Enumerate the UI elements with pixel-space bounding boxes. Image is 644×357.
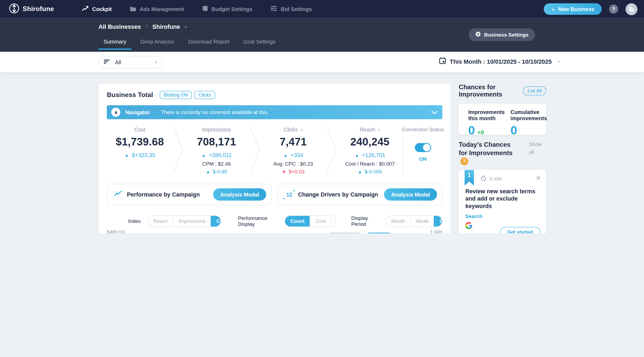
navigator-banner: Navigator There is currently no comment … — [107, 105, 442, 119]
change-drivers-panel: 12++ Change Drivers by Campaign Analysis… — [278, 184, 442, 205]
segment-cost[interactable]: Cost — [310, 216, 331, 227]
folder-icon — [130, 6, 136, 13]
date-range-label: This Month : 10/01/2025 - 10/10/2025 — [450, 58, 552, 65]
analysis-modal-button[interactable]: Analysis Modal — [213, 188, 266, 201]
filter-dropdown[interactable]: All ▾ — [99, 56, 162, 69]
nav-item-budget-settings[interactable]: Budget Settings — [202, 5, 252, 13]
filter-bar: All ▾ This Month : 10/01/2025 - 10/10/20… — [0, 52, 644, 72]
segment-count[interactable]: Count — [285, 216, 310, 227]
metric-change: +126,701 — [362, 152, 385, 158]
performance-display-segmented-control: Count Cost % — [284, 215, 336, 227]
panel-title: Performance by Campaign — [127, 191, 200, 198]
today-chances-header: Today’s Chances for Improvements3 Show a… — [459, 141, 546, 165]
stat-value: 0 — [511, 124, 517, 136]
display-period-label: Display Period — [351, 215, 378, 227]
clicks-badge: Clicks — [194, 91, 215, 99]
divider-chevron — [326, 123, 337, 177]
improvement-title: Review new search terms and add or exclu… — [465, 188, 540, 210]
close-icon[interactable]: ✕ — [536, 174, 541, 182]
trend-icon — [82, 6, 89, 13]
panel-title: Change Drivers by Campaign — [298, 191, 378, 198]
top-nav: Cockpit Ads Management Budget Settings B… — [82, 5, 312, 13]
metric-value: 240,245 — [350, 136, 389, 148]
nav-label: Budget Settings — [211, 6, 252, 12]
metrics-row: Cost $1,739.68 ▲$+323.35 Impressions 708… — [107, 123, 442, 177]
panels-row: Performance by Campaign Analysis Modal 1… — [107, 184, 442, 205]
list-all-button[interactable]: List All — [523, 86, 546, 95]
chevron-down-icon[interactable]: ▾ — [378, 127, 380, 132]
september-pill[interactable]: September — [329, 233, 360, 233]
nav-label: Cockpit — [92, 6, 112, 12]
help-icon[interactable]: ? — [609, 5, 618, 14]
avatar[interactable] — [625, 3, 637, 15]
tab-goal-settings[interactable]: Goal Settings — [243, 39, 275, 45]
analysis-modal-button[interactable]: Analysis Modal — [384, 188, 437, 201]
metric-sub-change: $-0.85 — [213, 169, 227, 175]
metric-sub: CPM : $2.46 — [202, 161, 231, 167]
tab-deep-analysis[interactable]: Deep Analysis — [140, 39, 174, 45]
stat-label: Cumulative improvements — [511, 109, 547, 122]
metric-change: +280,011 — [209, 152, 231, 158]
metric-sub: Avg. CPC : $0.23 — [273, 161, 313, 167]
stat-value: 0 — [468, 124, 475, 136]
connection-toggle[interactable] — [415, 143, 431, 152]
up-arrow-icon: ▲ — [201, 153, 206, 158]
tab-download-report[interactable]: Download Report — [188, 39, 229, 45]
svg-text:$480.00: $480.00 — [107, 230, 125, 233]
sidebar-title: Chances for Improvements — [459, 83, 519, 98]
nav-item-ads-management[interactable]: Ads Management — [130, 6, 184, 13]
navigator-label: Navigator — [125, 109, 150, 115]
nav-item-cockpit[interactable]: Cockpit — [82, 6, 112, 13]
metric-value: 7,471 — [280, 136, 307, 148]
date-range-picker[interactable]: This Month : 10/01/2025 - 10/10/2025 ▾ — [439, 57, 560, 66]
badges: Bidding ON Clicks — [160, 91, 215, 99]
metric-reach: Reach▾ 240,245 ▲+126,701 Cost / Reach : … — [337, 123, 403, 177]
metric-sub-change: $-0.005 — [365, 169, 382, 175]
shirofune-logo-icon — [9, 3, 19, 15]
connection-status: Connection Status ON — [403, 123, 442, 177]
navbar-right: + New Business ? — [544, 3, 638, 15]
segment-week[interactable]: Week — [410, 216, 434, 227]
get-started-button[interactable]: Get started — [500, 227, 541, 233]
segment-month[interactable]: Month — [386, 216, 410, 227]
segment-day[interactable]: Day — [434, 216, 443, 227]
tab-summary[interactable]: Summary — [103, 39, 126, 45]
breadcrumb-business[interactable]: Shirofune — [152, 23, 180, 30]
filter-icon — [104, 59, 110, 66]
index-label: Index — [128, 218, 141, 224]
performance-chart: $0.00$120.00$240.00$360.00$480.000400800… — [107, 230, 442, 233]
top-navbar: Shirofune Cockpit Ads Management Budget … — [0, 0, 644, 18]
segment-reach[interactable]: Reach — [148, 216, 173, 227]
performance-by-campaign-panel: Performance by Campaign Analysis Modal — [107, 184, 272, 205]
brand[interactable]: Shirofune — [9, 3, 54, 15]
chevron-down-icon[interactable]: ▾ — [184, 24, 187, 29]
metric-label: Impressions — [202, 127, 231, 133]
chevron-down-icon[interactable] — [431, 110, 438, 114]
sparkline-icon — [114, 190, 123, 199]
chart-controls: Index Reach Impressions Clicks Performan… — [107, 215, 442, 227]
new-business-button[interactable]: + New Business — [544, 3, 602, 15]
up-arrow-icon: ▲ — [125, 153, 129, 158]
metric-impressions: Impressions 708,171 ▲+280,011 CPM : $2.4… — [183, 123, 249, 177]
down-arrow-icon: ▼ — [282, 170, 286, 174]
brand-name: Shirofune — [23, 5, 54, 13]
segment-impressions[interactable]: Impressions — [173, 216, 211, 227]
october-pill[interactable]: October — [367, 233, 391, 233]
metric-label: Cost — [134, 127, 145, 133]
segment-clicks[interactable]: Clicks — [211, 216, 221, 227]
metric-change: +334 — [291, 152, 303, 158]
chart-canvas: $0.00$120.00$240.00$360.00$480.000400800… — [107, 230, 442, 233]
new-business-label: New Business — [558, 6, 594, 12]
chevron-down-icon[interactable]: ▾ — [301, 127, 303, 132]
stat-delta: +0 — [477, 129, 484, 135]
metric-clicks: Clicks▾ 7,471 ▲+334 Avg. CPC : $0.23 ▼$+… — [260, 123, 326, 177]
stopwatch-icon — [480, 175, 486, 183]
show-all-link[interactable]: Show all — [529, 141, 546, 165]
google-icon — [465, 222, 472, 230]
nav-item-bid-settings[interactable]: Bid Settings — [270, 5, 312, 13]
breadcrumb-all-businesses[interactable]: All Businesses — [99, 23, 141, 30]
business-settings-button[interactable]: Business Settings — [468, 28, 535, 41]
today-title: Today’s Chances for Improvements3 — [459, 141, 520, 165]
segment-percent[interactable]: % — [331, 216, 336, 227]
chevron-down-icon: ▾ — [558, 59, 560, 64]
